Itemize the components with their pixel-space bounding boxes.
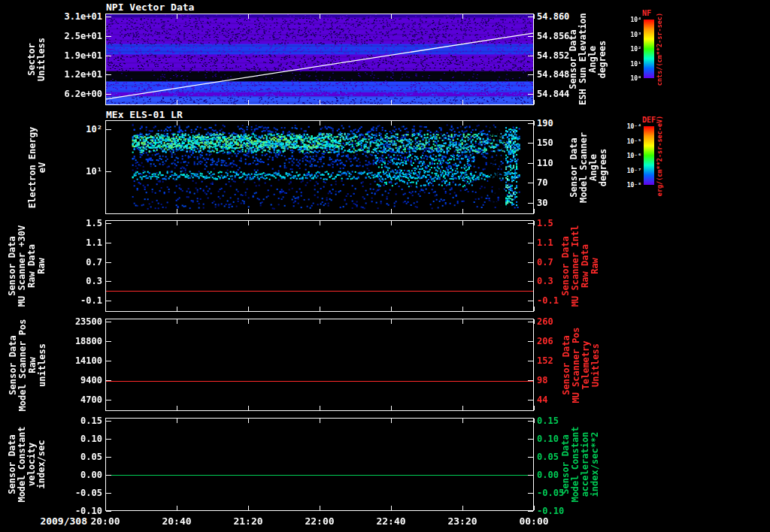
axis-tick-mark	[106, 380, 111, 381]
axis-tick-mark	[528, 341, 533, 342]
axis-tick-mark	[106, 457, 111, 458]
y-axis-title-right: Sensor DataMU Scanner IntlRaw DataRaw	[561, 220, 600, 312]
panel-title-npi: NPI Vector Data	[106, 2, 194, 13]
axis-label-line: Telemetry	[581, 319, 590, 411]
axis-tick-mark	[391, 209, 392, 213]
axis-tick-mark	[462, 209, 463, 213]
panel-mu-scanner-30v	[105, 220, 534, 312]
colorbar-def-title: DEF	[642, 116, 656, 124]
axis-tick-mark	[248, 506, 249, 510]
axis-tick-mark	[534, 14, 535, 19]
axis-tick-mark	[528, 94, 533, 95]
axis-tick-mark	[528, 281, 533, 282]
axis-tick-mark	[177, 209, 177, 213]
axis-tick-mark	[106, 36, 111, 37]
axis-label-line: degrees	[598, 14, 608, 105]
axis-tick-mark	[534, 419, 535, 423]
axis-tick-mark	[248, 14, 249, 19]
axis-tick-mark	[177, 406, 177, 410]
axis-tick-mark	[528, 322, 533, 322]
axis-tick-mark	[528, 262, 533, 263]
axis-label-line: unitless	[37, 319, 47, 411]
axis-label-line: Raw	[37, 220, 47, 312]
axis-tick-mark	[534, 506, 535, 510]
colorbar-tick-label: 10²	[616, 45, 641, 53]
axis-tick-mark	[177, 307, 177, 311]
axis-tick-mark	[248, 419, 249, 423]
axis-tick-mark	[462, 319, 463, 324]
axis-tick-mark	[534, 121, 535, 125]
axis-tick-mark	[177, 419, 177, 423]
axis-label-line: degrees	[598, 120, 608, 214]
axis-tick-mark	[320, 209, 320, 213]
mu-scanner-plus30v-data-line	[106, 291, 533, 292]
axis-label-line: Unitless	[37, 14, 47, 105]
axis-tick-mark	[391, 121, 392, 125]
date-label: 2009/308	[26, 515, 87, 527]
colorbar-tick-label: 10⁻⁴	[616, 122, 641, 131]
axis-tick-mark	[391, 14, 392, 19]
axis-label-line: Sensor Data	[8, 319, 17, 411]
y-axis-title-left: Sensor DataMU Scanner +30VRaw DataRaw	[8, 220, 47, 312]
axis-tick-mark	[528, 493, 533, 494]
time-tick-label: 20:00	[83, 515, 128, 527]
colorbar-unit-label: cnts/(cm**2-sr-sec)	[656, 4, 663, 94]
axis-tick-mark	[106, 262, 111, 263]
axis-tick-mark	[248, 100, 249, 104]
axis-tick-mark	[248, 319, 249, 324]
axis-label-line: cnts/(cm**2-sr-sec)	[656, 4, 663, 94]
axis-tick-mark	[320, 506, 320, 510]
axis-tick-mark	[248, 307, 249, 311]
axis-tick-mark	[320, 419, 320, 423]
axis-tick-mark	[106, 511, 111, 512]
axis-tick-mark	[106, 74, 111, 75]
axis-tick-mark	[528, 243, 533, 243]
y-axis-title-right: Sensor DataESH Sun ElevationAngledegrees	[568, 14, 608, 105]
colorbar-tick-label: 10⁻⁶	[616, 152, 641, 160]
axis-tick-mark	[528, 143, 533, 144]
axis-tick-mark	[106, 94, 111, 95]
axis-label-line: erg/(cm**2-sr-sec-eV)	[656, 110, 663, 201]
axis-tick-mark	[320, 14, 320, 19]
axis-tick-mark	[106, 301, 111, 301]
axis-tick-mark	[105, 307, 106, 311]
y-axis-title-right: Sensor DataModel ScannerAngledegrees	[568, 120, 608, 214]
axis-tick-mark	[106, 223, 111, 224]
stacked-timeseries-plot: NPI Vector Data MEx ELS-01 LR NF DEF 200…	[0, 0, 770, 532]
y-axis-title-left: Electron EnergyeV	[27, 120, 47, 214]
y-axis-title-left: Sensor DataModel Scanner PosRawunitless	[8, 319, 47, 411]
axis-tick-mark	[391, 307, 392, 311]
axis-label-line: Sensor Data	[568, 120, 578, 214]
axis-tick-mark	[391, 419, 392, 423]
axis-tick-mark	[462, 221, 463, 225]
axis-tick-mark	[528, 361, 533, 361]
axis-tick-mark	[106, 493, 111, 494]
axis-tick-mark	[106, 400, 111, 401]
axis-label-line: Model Scanner	[578, 120, 588, 214]
axis-tick-mark	[106, 475, 111, 476]
axis-tick-mark	[105, 506, 106, 510]
axis-tick-mark	[462, 419, 463, 423]
axis-tick-mark	[105, 121, 106, 125]
axis-label-line: index/sec**2	[590, 418, 600, 511]
axis-tick-mark	[106, 322, 111, 322]
time-tick-label: 22:00	[297, 515, 342, 527]
axis-tick-mark	[534, 406, 535, 410]
colorbar-tick-label: 10⁴	[616, 16, 641, 24]
axis-tick-mark	[528, 301, 533, 301]
axis-tick-mark	[105, 14, 106, 19]
axis-tick-mark	[391, 506, 392, 510]
axis-tick-mark	[320, 307, 320, 311]
axis-tick-mark	[106, 281, 111, 282]
axis-label-line: MU Scanner Pos	[571, 319, 581, 411]
axis-tick-mark	[391, 221, 392, 225]
axis-tick-mark	[528, 475, 533, 476]
sun-elevation-angle-line	[106, 14, 533, 104]
colorbar-tick-label: 10³	[616, 31, 641, 39]
axis-tick-mark	[391, 406, 392, 410]
colorbar-nf-gradient	[644, 20, 654, 78]
panel-els-spectrogram	[105, 120, 534, 214]
axis-tick-mark	[528, 74, 533, 75]
colorbar-tick-label: 10⁰	[616, 74, 641, 83]
axis-tick-mark	[534, 319, 535, 324]
